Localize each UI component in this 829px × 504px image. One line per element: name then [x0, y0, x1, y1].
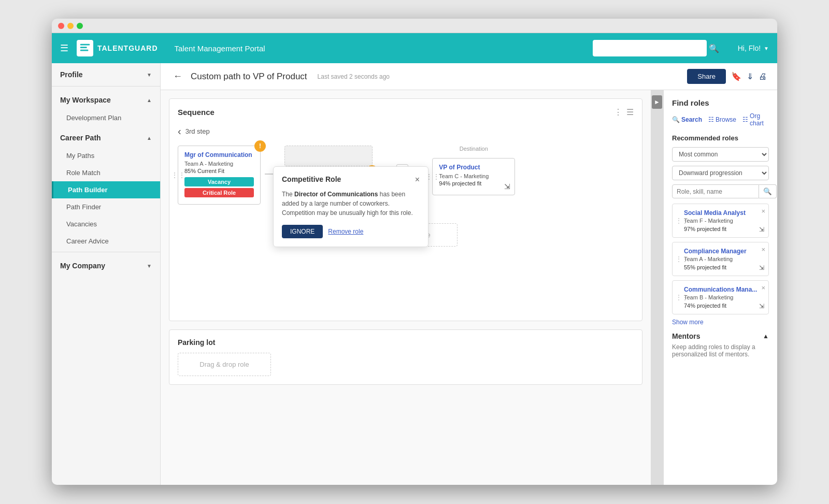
dest-card-team: Team C - Marketing: [439, 173, 508, 179]
dest-card-title: VP of Product: [439, 164, 508, 172]
rec-card-0[interactable]: ⋮⋮ Social Media Analyst Team F - Marketi…: [672, 204, 769, 238]
rec-card-icon-1: ⇲: [759, 264, 764, 271]
search-button[interactable]: 🔍: [709, 44, 719, 53]
profile-label: Profile: [60, 70, 83, 79]
breadcrumb-actions: Share 🔖 ⇓ 🖨: [687, 69, 767, 84]
app-window: ☰ TALENTGUARD Talent Management Portal 🔍…: [52, 19, 777, 485]
rec-card-title-2: Communications Mana...: [678, 286, 763, 293]
sidebar-item-my-paths[interactable]: My Paths: [52, 147, 160, 164]
sidebar-item-role-match[interactable]: Role Match: [52, 164, 160, 181]
download-icon-btn[interactable]: ⇓: [747, 71, 753, 81]
ignore-button[interactable]: IGNORE: [282, 225, 323, 238]
rec-card-team-1: Team A - Marketing: [678, 256, 763, 262]
careerpath-arrow-icon: ▲: [147, 135, 152, 141]
sidebar-item-career-advice[interactable]: Career Advice: [52, 233, 160, 250]
sidebar-item-development-plan[interactable]: Development Plan: [52, 109, 160, 126]
sidebar-item-vacancies[interactable]: Vacancies: [52, 215, 160, 233]
empty-slot-top: [284, 146, 373, 166]
logo-icon: [77, 40, 93, 56]
search-bar: 🔍: [593, 40, 719, 56]
rec-search-input[interactable]: [672, 184, 759, 198]
user-dropdown-arrow: ▼: [764, 46, 769, 51]
search-input[interactable]: [593, 40, 707, 56]
warning-icon: !: [254, 140, 266, 152]
svg-rect-1: [80, 47, 87, 48]
sequence-title: Sequence: [178, 108, 215, 117]
mac-titlebar: [52, 19, 777, 33]
source-card-title: Mgr of Communication: [184, 151, 254, 160]
sidebar-item-profile[interactable]: Profile ▼: [52, 63, 160, 84]
rec-card-fit-0: 97% projected fit: [678, 226, 763, 232]
rec-card-close-2[interactable]: ×: [761, 284, 765, 292]
content-area: ← Custom path to VP of Product Last save…: [161, 63, 777, 485]
print-icon-btn[interactable]: 🖨: [759, 72, 767, 81]
step-label: 3rd step: [185, 127, 210, 135]
progression-select[interactable]: Downward progression: [672, 166, 769, 180]
share-button[interactable]: Share: [687, 69, 726, 84]
org-tab-icon: ☷: [742, 116, 748, 123]
critical-badge: Critical Role: [184, 188, 254, 197]
popup-bold-text: Director of Communications: [294, 191, 378, 198]
rec-card-close-1[interactable]: ×: [761, 246, 765, 253]
workspace-arrow-icon: ▲: [147, 97, 152, 103]
sidebar-item-workspace[interactable]: My Workspace ▲: [52, 89, 160, 109]
fit-icon: ⇲: [504, 182, 510, 191]
destination-column: Destination ⋮⋮ VP of Product Team C - Ma…: [432, 146, 515, 195]
source-card-wrapper: ⋮⋮ Mgr of Communication Team A - Marketi…: [178, 146, 261, 205]
rec-handle-1: ⋮⋮: [676, 255, 688, 263]
sidebar-company-section: My Company ▼: [52, 254, 160, 275]
sidebar-item-my-company[interactable]: My Company ▼: [52, 254, 160, 275]
sidebar: Profile ▼ My Workspace ▲ Development Pla…: [52, 63, 161, 485]
company-label: My Company: [60, 262, 105, 270]
mac-min-btn[interactable]: [67, 23, 74, 29]
page-title: Custom path to VP of Product: [191, 71, 307, 82]
find-tab-search[interactable]: 🔍 Search: [672, 112, 702, 127]
logo: TALENTGUARD: [77, 40, 158, 56]
profile-arrow-icon: ▼: [147, 72, 152, 78]
mentors-collapse-icon[interactable]: ▲: [763, 333, 769, 340]
sequence-area: Sequence ⋮ ☰ ‹ 3rd step: [169, 98, 642, 321]
parking-lot-drop-zone[interactable]: Drag & drop role: [178, 353, 271, 376]
list-view-icon[interactable]: ☰: [626, 107, 634, 117]
destination-label: Destination: [460, 146, 488, 152]
panel-toggle-button[interactable]: ►: [652, 95, 662, 109]
rec-search-btn[interactable]: 🔍: [759, 184, 777, 198]
sequence-header: Sequence ⋮ ☰: [178, 107, 634, 117]
popup-header: Competitive Role ×: [282, 175, 420, 184]
show-more-link[interactable]: Show more: [672, 319, 769, 326]
user-menu[interactable]: Hi, Flo! ▼: [738, 44, 769, 52]
destination-card[interactable]: ⋮⋮ VP of Product Team C - Marketing 94% …: [432, 158, 515, 195]
find-tab-orgchart[interactable]: ☷ Org chart: [742, 112, 769, 127]
mac-max-btn[interactable]: [77, 23, 83, 29]
grid-view-icon[interactable]: ⋮: [614, 107, 622, 117]
source-card-fit: 85% Current Fit: [184, 168, 254, 174]
vacancy-badge: Vacancy: [184, 177, 254, 186]
prev-step-btn[interactable]: ‹: [178, 125, 181, 137]
user-greeting: Hi, Flo!: [738, 44, 761, 52]
sidebar-item-path-builder[interactable]: Path Builder: [52, 181, 160, 198]
rec-card-title-1: Compliance Manager: [678, 248, 763, 255]
sidebar-profile-section: Profile ▼: [52, 63, 160, 84]
rec-card-fit-1: 55% projected fit: [678, 264, 763, 270]
rec-card-1[interactable]: ⋮⋮ Compliance Manager Team A - Marketing…: [672, 242, 769, 276]
source-role-card[interactable]: ⋮⋮ Mgr of Communication Team A - Marketi…: [178, 146, 261, 205]
find-tab-browse[interactable]: ☷ Browse: [708, 112, 736, 127]
back-button[interactable]: ←: [171, 69, 184, 84]
bookmark-icon-btn[interactable]: 🔖: [731, 71, 741, 81]
rec-handle-0: ⋮⋮: [676, 217, 688, 224]
find-roles-title: Find roles: [672, 98, 769, 107]
sidebar-item-career-path[interactable]: Career Path ▲: [52, 126, 160, 147]
hamburger-icon[interactable]: ☰: [60, 42, 68, 54]
popup-body: The Director of Communications has been …: [282, 190, 420, 218]
save-status: Last saved 2 seconds ago: [318, 73, 390, 80]
logo-text: TALENTGUARD: [97, 44, 158, 52]
mac-close-btn[interactable]: [58, 23, 64, 29]
remove-role-button[interactable]: Remove role: [328, 225, 363, 238]
find-roles-tabs: 🔍 Search ☷ Browse ☷ Org chart: [672, 112, 769, 127]
rec-card-close-0[interactable]: ×: [761, 207, 765, 215]
rec-card-2[interactable]: ⋮⋮ Communications Mana... Team B - Marke…: [672, 280, 769, 314]
popup-close-button[interactable]: ×: [415, 175, 420, 184]
filter-select[interactable]: Most common: [672, 147, 769, 162]
sidebar-item-path-finder[interactable]: Path Finder: [52, 198, 160, 215]
panel-toggle[interactable]: ►: [651, 90, 663, 485]
